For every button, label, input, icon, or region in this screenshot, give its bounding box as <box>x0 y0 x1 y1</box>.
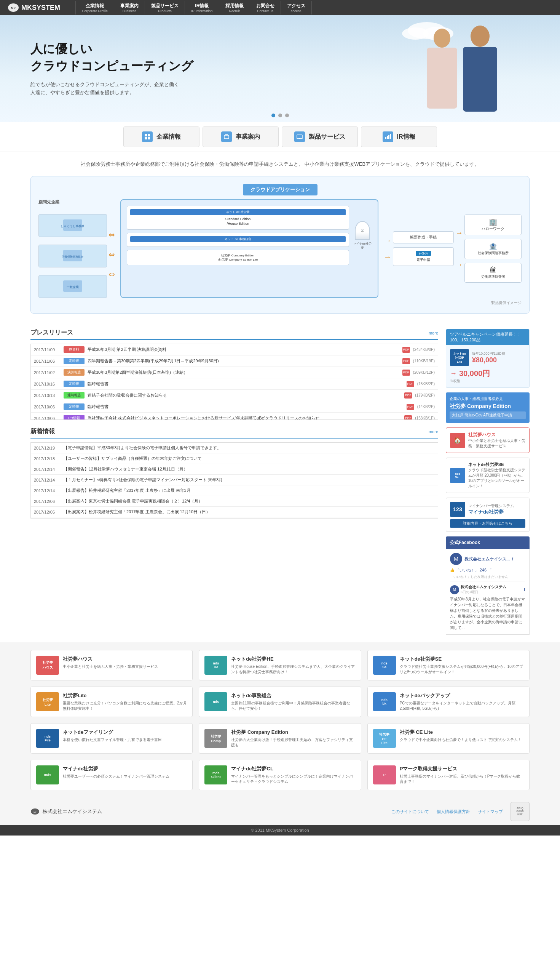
press-title-3[interactable]: 臨時報告書 <box>88 381 404 387</box>
press-date-0: 2017/11/09 <box>34 347 61 352</box>
nav-access[interactable]: アクセス access <box>280 1 312 15</box>
nav-products[interactable]: 製品サービス Products <box>145 1 185 15</box>
right-sidebar: ツアベルニキャンペーン価格延長！！ 100、150,200品 ネットde社労夢L… <box>446 329 529 635</box>
footer-link-about[interactable]: このサイトについて <box>391 809 429 815</box>
footer-link-sitemap[interactable]: サイトマップ <box>478 809 503 815</box>
nav-corporate[interactable]: 企業情報 Corporate Profile <box>76 1 114 15</box>
product-item-8[interactable]: 社労夢CELite 社労夢 CE Lite クラウドで中小企業向けも社労夢で！よ… <box>367 723 529 754</box>
diagram-item-sharoushi: しゃろうし事務所 <box>39 214 107 237</box>
svg-text:労働保険事務組合: 労働保険事務組合 <box>62 255 84 258</box>
btn-products-label: 製品サービス <box>309 133 345 141</box>
btn-ir[interactable]: IR情報 <box>361 126 437 147</box>
nav-ir[interactable]: IR情報 IR Information <box>185 1 219 15</box>
footer-top: MK 株式会社エムケイシステム このサイトについて 個人情報保護方針 サイトマッ… <box>0 798 560 825</box>
news-title-1[interactable]: 【ユーザーの皆様】サプライ商品（各種帳票）の年末年始ご注文について <box>64 456 435 462</box>
nav-contact[interactable]: お問合せ Contact us <box>250 1 280 15</box>
product-item-5[interactable]: ndsbk ネットdeバックアップ PCでの重要なデータをインターネット上で自動… <box>367 686 529 717</box>
product-info-2: ネットde社労夢SE クラウド型社労士業務支援システムが月額20,000円(+税… <box>400 656 524 675</box>
news-title-6[interactable]: 【出展案内】松井税経研究主催「2017年度 主農祭会」に出展 12月10日（日） <box>64 509 435 515</box>
nav-business[interactable]: 事業案内 Business <box>114 1 145 15</box>
press-title-6[interactable]: 当社連結子会社 株式会社ビジネスネットコーポレーションにおける新サービス'年末調… <box>88 415 401 420</box>
product-name-11: Pマーク取得支援サービス <box>400 765 524 772</box>
product-logo-0: 社労夢ハウス <box>36 656 59 675</box>
press-date-1: 2017/11/06 <box>34 359 61 363</box>
svg-point-4 <box>402 27 429 40</box>
press-section-header: プレスリリース more <box>31 329 438 340</box>
news-item-4: 2017/12/14 【出展報告】松井税経研究主催「2017年度 土農祭」に出展… <box>31 485 438 496</box>
news-more-link[interactable]: more <box>429 429 438 434</box>
btn-corporate-label: 企業情報 <box>156 133 181 141</box>
diagram-right-col: 帳票作成・手続 e-Gov 電子申請 <box>393 199 454 298</box>
news-title-3[interactable]: 【１月セミナー】<特典有り>社会保険の電子申請マイナンバー対応スタート 来年3月 <box>64 477 435 483</box>
press-title-1[interactable]: 四半期報告書－第30期第2四半期(平成29年7月1日～平成29年9月30日) <box>88 358 399 364</box>
product-desc-2: クラウド型社労士業務支援システムが月額20,000円(+税)から。10のアプリと… <box>400 664 524 675</box>
facebook-content: M 株式会社エムケイシス... f 👍 「いいね！」 246 「 「いいね！」し… <box>446 549 529 635</box>
svg-point-5 <box>434 29 451 48</box>
diagram-item-ippan: 一般企業 <box>39 275 107 298</box>
hero-dot-1[interactable] <box>272 113 275 117</box>
hero-dots <box>272 113 289 117</box>
product-info-1: ネットde社労夢HE 社労夢 House Edition。手続進捗管理システムま… <box>231 656 355 675</box>
press-pdf-0: PDF <box>402 347 410 353</box>
product-item-9[interactable]: mds マイナde社労夢 社労夢ユーザーへの必須システム！マイナンバー管理システ… <box>31 760 193 790</box>
press-badge-1: 定時規 <box>64 358 85 364</box>
mynumber-link[interactable]: 詳細内容・お問合せはこちら <box>450 519 525 528</box>
description-text: 社会保険労務士事務所や企業総務部でご利用頂ける社会保険・労働保険等の申請手続きシ… <box>0 152 560 176</box>
press-title-4[interactable]: 連結子会社間の吸収合併に関するお知らせ <box>88 392 401 398</box>
product-desc-4: 全国約1100の事務組合様でご利用中！月係保険事務組合の事業者書なら、任せて安心… <box>231 701 355 711</box>
product-item-4[interactable]: nds ネットde事務組合 全国約1100の事務組合様でご利用中！月係保険事務組… <box>199 686 361 717</box>
sidebar-banner-se[interactable]: ndsSe ネットde社労夢SE クラウド型社労士業務支援システムが月額 20,… <box>446 458 529 493</box>
press-size-6: (153KB/1P) <box>415 416 435 420</box>
sidebar-banner-company[interactable]: 企業の人事・総務担当者様必見 社労夢 Company Edition 大好評 簡… <box>446 392 529 423</box>
sidebar-banner-mynumber[interactable]: 123 マイナンバー管理システム マイナde社労夢 詳細内容・お問合せはこちら <box>446 497 529 532</box>
diagram-chohyo: 帳票作成・手続 <box>393 231 454 244</box>
se-icon: ndsSe <box>450 468 465 483</box>
nav-recruit[interactable]: 採用情報 Recruit <box>219 1 250 15</box>
product-item-2[interactable]: ndsSe ネットde社労夢SE クラウド型社労士業務支援システムが月額20,0… <box>367 650 529 680</box>
product-desc-1: 社労夢 House Edition。手続進捗管理システムまで人、大企業のクライア… <box>231 664 355 675</box>
press-title-5[interactable]: 臨時報告書 <box>88 404 404 410</box>
product-item-11[interactable]: P Pマーク取得支援サービス 社労士事務所のマイナンバー対策、及び信頼から！Pマ… <box>367 760 529 790</box>
svg-point-7 <box>470 26 489 47</box>
hero-title: 人に優しいクラウドコンピューティング <box>31 40 193 75</box>
post-content: 平成30年3月より、社会保険の電子申請がマイナンバー対応になることで、日本年金機… <box>450 596 525 631</box>
business-icon <box>221 131 232 142</box>
facebook-likes: 👍 「いいね！」 246 「 <box>450 567 525 573</box>
diagram-egov: e-Gov 電子申請 <box>393 247 454 266</box>
hero-dot-2[interactable] <box>278 113 282 117</box>
product-item-10[interactable]: mdsClient マイナde社労夢CL マイナンバー管理をもっとシンプルにシン… <box>199 760 361 790</box>
product-item-0[interactable]: 社労夢ハウス 社労夢ハウス 中小企業と社労士を結ぶ人事・労務・業務支援サービス <box>31 650 193 680</box>
footer-link-privacy[interactable]: 個人情報保護方針 <box>437 809 470 815</box>
press-size-2: (209KB/12P) <box>413 370 435 374</box>
sidebar-banner-house[interactable]: 🏠 社労夢ハウス 中小企業と社労士を結ぶ人事・労務・業務支援サービス <box>446 428 529 453</box>
news-title: 新着情報 <box>31 428 55 436</box>
btn-business[interactable]: 事業案内 <box>203 126 279 147</box>
news-title-0[interactable]: 【電子申請情報】平成30年3月より社会保険の電子申請は個人番号で申請できます。 <box>64 445 435 451</box>
hero-dot-3[interactable] <box>285 113 289 117</box>
news-title-4[interactable]: 【出展報告】松井税経研究主催「2017年度 土農祭」に出展 来年3月 <box>64 487 435 493</box>
facebook-company-name[interactable]: 株式会社エムケイシス... <box>465 556 510 562</box>
press-title-2[interactable]: 平成30年3月期第2四半期決算短信(日本基準)（連結） <box>88 370 399 375</box>
product-item-6[interactable]: ndsFile ネットdeファイリング 本格を使い慣れた文書ファイル管理・共有で… <box>31 723 193 754</box>
news-title-2[interactable]: 【開催報告】12月社労夢ハウスセミナー東京会場 12月11日（月） <box>64 466 435 472</box>
product-name-10: マイナde社労夢CL <box>231 765 355 772</box>
product-item-3[interactable]: 社労夢Lite 社労夢Lite 重要な業務だけに充分！パソコン台数ご利用になる先… <box>31 686 193 717</box>
product-item-1[interactable]: ndsHe ネットde社労夢HE 社労夢 House Edition。手続進捗管… <box>199 650 361 680</box>
news-title-5[interactable]: 【出展案内】東京社労士協同組合様 電子申請実践相談会（２）12/4（月） <box>64 498 435 504</box>
svg-text:一般企業: 一般企業 <box>67 286 79 289</box>
press-size-4: (179KB/2P) <box>415 393 435 397</box>
svg-rect-13 <box>224 135 229 139</box>
product-name-7: 社労夢 Company Edition <box>231 729 355 736</box>
press-size-5: (14KB/2P) <box>417 405 435 409</box>
press-more-link[interactable]: more <box>429 331 438 335</box>
product-desc-6: 本格を使い慣れた文書ファイル管理・共有できる電子書庫 <box>63 737 187 742</box>
product-logo-9: mds <box>36 765 59 784</box>
product-info-9: マイナde社労夢 社労夢ユーザーへの必須システム！マイナンバー管理システム <box>63 765 187 784</box>
press-date-3: 2017/10/16 <box>34 382 61 386</box>
btn-corporate[interactable]: 企業情報 <box>123 126 200 147</box>
press-title-0[interactable]: 平成30年3月期 第2四半期 決算説明会資料 <box>88 347 399 352</box>
product-item-7[interactable]: 社労夢Comp 社労夢 Company Edition 社労夢の大企業向け版！手… <box>199 723 361 754</box>
product-desc-10: マイナンバー管理をもっとシンプルにシンプルに！企業向けマイナンバーセキュリティク… <box>231 774 355 784</box>
btn-products[interactable]: 製品サービス <box>282 126 358 147</box>
footer-links: このサイトについて 個人情報保護方針 サイトマップ <box>109 809 503 815</box>
